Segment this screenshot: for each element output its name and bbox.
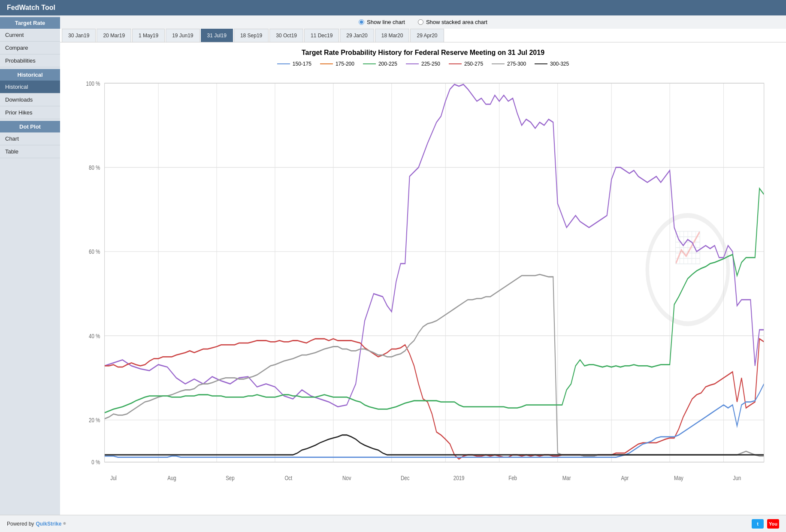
main-layout: Target Rate Current Compare Probabilitie… xyxy=(0,15,786,515)
svg-text:Sep: Sep xyxy=(226,474,234,481)
tab-18sep19[interactable]: 18 Sep19 xyxy=(234,29,269,42)
svg-text:2019: 2019 xyxy=(453,474,465,481)
svg-text:Aug: Aug xyxy=(167,474,176,481)
brand-name: QuikStrike xyxy=(36,521,61,527)
svg-text:Dec: Dec xyxy=(401,474,410,481)
svg-text:60 %: 60 % xyxy=(89,248,100,255)
legend-225-250: 225-250 xyxy=(406,61,440,67)
tab-30oct19[interactable]: 30 Oct19 xyxy=(269,29,303,42)
legend-label-200-225: 200-225 xyxy=(378,61,397,67)
radio-stacked-input[interactable] xyxy=(418,19,423,25)
radio-stacked-chart[interactable]: Show stacked area chart xyxy=(418,19,487,25)
sidebar-item-prior-hikes[interactable]: Prior Hikes xyxy=(0,106,60,119)
svg-text:Oct: Oct xyxy=(284,474,292,481)
sidebar: Target Rate Current Compare Probabilitie… xyxy=(0,15,60,515)
content-area: Show line chart Show stacked area chart … xyxy=(60,15,786,515)
powered-by-label: Powered by xyxy=(7,521,34,527)
legend-250-275: 250-275 xyxy=(449,61,483,67)
target-rate-header: Target Rate xyxy=(0,17,60,29)
tab-11dec19[interactable]: 11 Dec19 xyxy=(304,29,339,42)
legend-line-275-300 xyxy=(492,63,505,64)
legend-300-325: 300-325 xyxy=(535,61,569,67)
tab-19jun19[interactable]: 19 Jun19 xyxy=(166,29,200,42)
svg-text:Jun: Jun xyxy=(733,474,741,481)
legend-150-175: 150-175 xyxy=(277,61,311,67)
svg-text:Feb: Feb xyxy=(508,474,517,481)
sidebar-item-downloads[interactable]: Downloads xyxy=(0,93,60,106)
footer-icons: t You xyxy=(752,519,779,529)
sidebar-item-probabilities[interactable]: Probabilities xyxy=(0,54,60,67)
tab-30jan19[interactable]: 30 Jan19 xyxy=(62,29,96,42)
sidebar-item-chart[interactable]: Chart xyxy=(0,132,60,145)
svg-text:Mar: Mar xyxy=(562,474,571,481)
legend-275-300: 275-300 xyxy=(492,61,526,67)
svg-text:Apr: Apr xyxy=(621,474,629,481)
footer-brand: Powered by QuikStrike ® xyxy=(7,521,66,527)
legend-line-250-275 xyxy=(449,63,462,64)
legend-label-175-200: 175-200 xyxy=(336,61,354,67)
footer: Powered by QuikStrike ® t You xyxy=(0,515,786,532)
tab-18mar20[interactable]: 18 Mar20 xyxy=(375,29,410,42)
youtube-button[interactable]: You xyxy=(767,519,779,529)
twitter-icon: t xyxy=(757,521,759,526)
historical-header: Historical xyxy=(0,69,60,81)
tab-20mar19[interactable]: 20 Mar19 xyxy=(97,29,131,42)
sidebar-item-compare[interactable]: Compare xyxy=(0,42,60,54)
legend-line-175-200 xyxy=(320,63,333,64)
legend-label-300-325: 300-325 xyxy=(550,61,569,67)
chart-controls: Show line chart Show stacked area chart xyxy=(60,15,786,29)
dot-plot-header: Dot Plot xyxy=(0,121,60,132)
chart-legend: 150-175 175-200 200-225 225-250 250-275 xyxy=(69,61,777,67)
svg-text:0 %: 0 % xyxy=(91,459,100,466)
app-header: FedWatch Tool xyxy=(0,0,786,15)
sidebar-item-current[interactable]: Current xyxy=(0,29,60,42)
radio-line-label: Show line chart xyxy=(367,19,405,25)
registered-mark: ® xyxy=(63,522,66,526)
tab-1may19[interactable]: 1 May19 xyxy=(132,29,165,42)
tab-29jan20[interactable]: 29 Jan20 xyxy=(340,29,374,42)
chart-container: Target Rate Probability History for Fede… xyxy=(60,42,786,515)
tab-31jul19[interactable]: 31 Jul19 xyxy=(201,29,233,42)
radio-stacked-label: Show stacked area chart xyxy=(426,19,487,25)
legend-line-200-225 xyxy=(363,63,376,64)
sidebar-item-historical[interactable]: Historical xyxy=(0,81,60,93)
svg-text:May: May xyxy=(674,474,683,481)
legend-line-150-175 xyxy=(277,63,290,64)
youtube-icon: You xyxy=(769,521,777,526)
twitter-button[interactable]: t xyxy=(752,519,764,529)
legend-label-225-250: 225-250 xyxy=(421,61,440,67)
svg-rect-39 xyxy=(105,83,764,462)
legend-line-225-250 xyxy=(406,63,419,64)
tab-29apr20[interactable]: 29 Apr20 xyxy=(410,29,444,42)
svg-text:Nov: Nov xyxy=(342,474,351,481)
main-chart-svg: 100 % 80 % 60 % 40 % 20 % 0 % Jul Aug Se… xyxy=(69,71,777,492)
svg-text:40 %: 40 % xyxy=(89,332,100,340)
chart-title: Target Rate Probability History for Fede… xyxy=(69,49,777,57)
svg-text:100 %: 100 % xyxy=(86,80,100,87)
sidebar-item-table[interactable]: Table xyxy=(0,145,60,158)
legend-175-200: 175-200 xyxy=(320,61,354,67)
legend-line-300-325 xyxy=(535,63,547,64)
app-title: FedWatch Tool xyxy=(7,4,55,12)
legend-200-225: 200-225 xyxy=(363,61,397,67)
radio-line-chart[interactable]: Show line chart xyxy=(359,19,405,25)
tabs-row: 30 Jan19 20 Mar19 1 May19 19 Jun19 31 Ju… xyxy=(60,29,786,42)
svg-text:20 %: 20 % xyxy=(89,417,100,424)
legend-label-275-300: 275-300 xyxy=(507,61,526,67)
svg-text:Jul: Jul xyxy=(110,474,117,481)
radio-line-input[interactable] xyxy=(359,19,364,25)
svg-text:80 %: 80 % xyxy=(89,164,100,171)
legend-label-150-175: 150-175 xyxy=(293,61,311,67)
svg-text:📈: 📈 xyxy=(674,229,702,265)
legend-label-250-275: 250-275 xyxy=(464,61,483,67)
chart-svg-wrapper: 100 % 80 % 60 % 40 % 20 % 0 % Jul Aug Se… xyxy=(69,71,777,492)
